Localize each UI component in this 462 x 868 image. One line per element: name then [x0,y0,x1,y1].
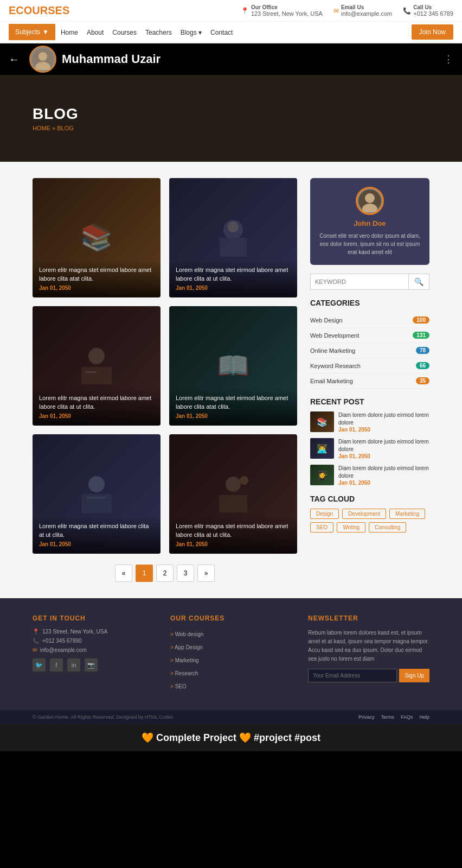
privacy-link[interactable]: Privacy [358,714,375,720]
footer-newsletter-col: NEWSLETTER Rebum labore lorem dolores ka… [308,614,429,694]
recent-post-date: Jan 01, 2050 [338,480,429,486]
blog-card[interactable]: 📖 Lorem elitr magna stet eirmod labore a… [169,306,297,426]
nav-item-courses[interactable]: Courses [112,27,137,37]
join-now-button[interactable]: Join Now [412,24,453,40]
footer-newsletter-title: NEWSLETTER [308,614,429,622]
footer-link-marketing[interactable]: Marketing [170,655,292,664]
tag-design[interactable]: Design [310,509,339,519]
breadcrumb-home[interactable]: HOME [33,125,50,131]
card-text: Lorem elitr magna stet eirmod labore ame… [39,394,154,411]
tags-container: Design Development Marketing SEO Writing… [310,509,429,533]
linkedin-icon[interactable]: in [67,658,80,671]
recent-post-item[interactable]: 👨‍💻 Diam lorem dolore justo eirmod lorem… [310,438,429,459]
facebook-icon[interactable]: f [50,658,63,671]
footer-link-research[interactable]: Research [170,668,292,677]
terms-link[interactable]: Terms [381,714,394,720]
category-badge: 131 [413,332,429,339]
svg-point-1 [39,52,47,61]
category-name: Web Design [310,317,343,324]
blog-card[interactable]: 📚 Lorem elitr magna stet eirmod labore a… [33,178,161,297]
newsletter-signup-button[interactable]: Sign Up [399,669,429,682]
nav-item-about[interactable]: About [87,27,104,37]
tag-marketing[interactable]: Marketing [389,509,425,519]
tag-development[interactable]: Development [342,509,386,519]
office-value: 123 Street, New York, USA [251,10,323,17]
top-contacts: 📍 Our Office 123 Street, New York, USA ✉… [241,4,453,17]
page-3-button[interactable]: 3 [177,565,194,582]
category-item[interactable]: Web Development 131 [310,328,429,343]
sidebar: John Doe Conset elitr erat vero dolor ip… [310,178,429,582]
card-overlay: Lorem elitr magna stet eirmod labore ame… [169,259,297,297]
category-badge: 78 [416,347,429,354]
page-2-button[interactable]: 2 [156,565,174,582]
subjects-dropdown[interactable]: Subjects ▼ [9,24,55,40]
svg-rect-13 [219,495,247,512]
card-overlay: Lorem elitr magna stet eirmod labore ame… [169,516,297,554]
nav-item-blogs[interactable]: Blogs ▾ [181,27,202,37]
twitter-icon[interactable]: 🐦 [33,658,46,671]
category-item[interactable]: Email Marketing 35 [310,373,429,389]
heart-icon-right: 🧡 [239,732,251,743]
subjects-label: Subjects [15,28,40,36]
recent-post-text: Diam lorem dolore justo eirmod lorem dol… [338,465,429,480]
footer-courses-title: OUR COURSES [170,614,292,622]
recent-post-thumb: 📚 [310,411,334,432]
footer-phone: 📞 +012 345 67890 [33,638,154,644]
tag-writing[interactable]: Writing [337,522,365,533]
newsletter-email-input[interactable] [308,669,397,682]
recent-post-item[interactable]: 👩‍🎓 Diam lorem dolore justo eirmod lorem… [310,465,429,486]
footer-link-webdesign[interactable]: Web design [170,629,292,638]
svg-point-14 [240,476,248,485]
search-input[interactable] [311,274,408,289]
back-arrow-icon[interactable]: ← [9,53,20,66]
tag-seo[interactable]: SEO [310,522,333,533]
search-button[interactable]: 🔍 [408,274,429,289]
nav-item-home[interactable]: Home [61,27,78,37]
svg-rect-8 [86,371,97,373]
more-options-icon[interactable]: ⋮ [444,53,453,65]
email-icon: ✉ [33,647,37,653]
blog-card[interactable]: Lorem elitr magna stet eirmod labore cli… [33,434,161,554]
category-item[interactable]: Web Design 100 [310,313,429,328]
blog-posts-grid: 📚 Lorem elitr magna stet eirmod labore a… [33,178,297,554]
promo-hashtag: #project #post [254,732,320,743]
avatar [29,46,56,73]
svg-point-6 [88,348,105,364]
recent-post-item[interactable]: 📚 Diam lorem dolore justo eirmod lorem d… [310,411,429,433]
card-overlay: Lorem elitr magna stet eirmod labore ame… [169,388,297,426]
card-date: Jan 01, 2050 [39,541,154,547]
blog-card[interactable]: Lorem elitr magna stet eirmod labore ame… [169,434,297,554]
category-item[interactable]: Keyword Research 66 [310,358,429,373]
footer-link-appdesign[interactable]: App Design [170,642,292,651]
promo-text-1: Complete Project [156,732,236,743]
next-page-button[interactable]: » [197,565,215,582]
faqs-link[interactable]: FAQs [401,714,413,720]
card-overlay: Lorem elitr magna stet eirmod labore cli… [33,516,161,554]
footer: GET IN TOUCH 📍 123 Street, New York, USA… [0,598,462,710]
blog-card[interactable]: Lorem elitr magna stet eirmod labore ame… [169,178,297,297]
search-box: 🔍 [310,274,429,290]
promo-bar: 🧡 Complete Project 🧡 #project #post [0,724,462,751]
prev-page-button[interactable]: « [115,565,132,582]
breadcrumb: HOME » BLOG [33,125,79,131]
page-1-button[interactable]: 1 [136,565,153,582]
card-text: Lorem elitr magna stet eirmod labore ame… [176,394,291,411]
category-item[interactable]: Online Marketing 78 [310,343,429,358]
card-date: Jan 01, 2050 [176,413,291,419]
logo[interactable]: ECOURSES [9,4,69,17]
office-label: Our Office [251,4,323,10]
blog-card[interactable]: Lorem elitr magna stet eirmod labore ame… [33,306,161,426]
category-badge: 35 [416,377,429,384]
help-link[interactable]: Help [419,714,429,720]
nav-item-teachers[interactable]: Teachers [145,27,172,37]
category-name: Online Marketing [310,347,355,354]
tag-consulting[interactable]: Consulting [369,522,406,533]
author-avatar [356,187,384,215]
svg-rect-5 [220,238,247,257]
tag-cloud-section: TAG CLOUD Design Development Marketing S… [310,495,429,533]
nav-item-contact[interactable]: Contact [210,27,233,37]
card-date: Jan 01, 2050 [39,285,154,291]
footer-link-seo[interactable]: SEO [170,681,292,690]
card-text: Lorem elitr magna stet eirmod labore ame… [176,266,291,283]
instagram-icon[interactable]: 📷 [85,658,98,671]
